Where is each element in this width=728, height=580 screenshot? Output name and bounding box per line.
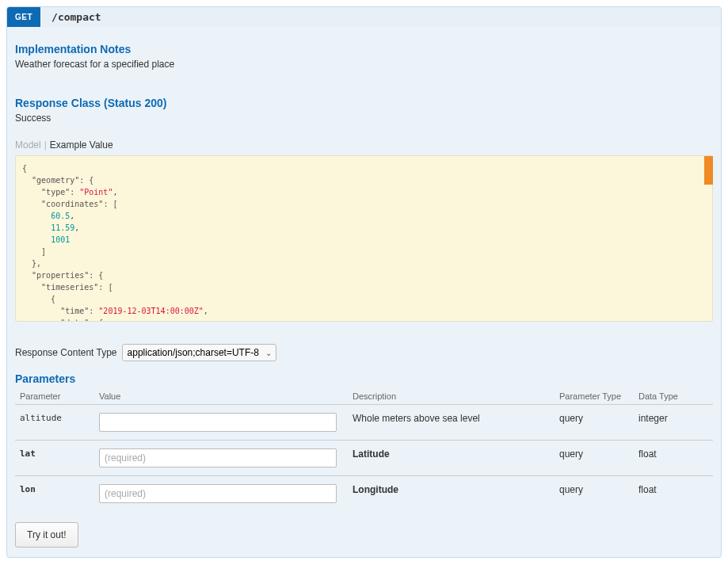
response-content-type-select[interactable]: application/json;charset=UTF-8: [122, 344, 276, 361]
response-tabs: Model|Example Value: [15, 139, 713, 151]
param-dtype: float: [634, 441, 713, 476]
response-class-body: Success: [15, 113, 713, 124]
tab-model[interactable]: Model: [15, 139, 41, 151]
parameters-table: Parameter Value Description Parameter Ty…: [15, 388, 713, 511]
param-name: lon: [15, 476, 94, 512]
param-input-lat[interactable]: [99, 448, 337, 467]
table-row: lon Longitude query float: [15, 476, 713, 512]
param-desc: Latitude: [348, 441, 555, 476]
response-class-title: Response Class (Status 200): [15, 97, 713, 109]
table-row: altitude Whole meters above sea level qu…: [15, 405, 713, 441]
example-code-wrap: { "geometry": { "type": "Point", "coordi…: [15, 155, 713, 322]
col-parameter: Parameter: [15, 388, 94, 405]
param-name: lat: [15, 441, 94, 476]
param-name: altitude: [15, 405, 94, 441]
response-content-type-label: Response Content Type: [15, 347, 117, 358]
try-it-out-button[interactable]: Try it out!: [15, 522, 78, 548]
endpoint-path: /compact: [40, 11, 112, 23]
scrollbar-thumb[interactable]: [704, 156, 713, 185]
col-parameter-type: Parameter Type: [555, 388, 634, 405]
operation-header[interactable]: GET /compact: [7, 7, 721, 27]
implementation-notes-title: Implementation Notes: [15, 43, 713, 55]
table-row: lat Latitude query float: [15, 441, 713, 476]
http-method-badge: GET: [7, 7, 40, 27]
param-input-lon[interactable]: [99, 484, 337, 503]
col-value: Value: [94, 388, 348, 405]
param-dtype: integer: [634, 405, 713, 441]
param-dtype: float: [634, 476, 713, 512]
implementation-notes-body: Weather forecast for a specified place: [15, 59, 713, 70]
param-input-altitude[interactable]: [99, 413, 337, 432]
col-description: Description: [348, 388, 555, 405]
col-data-type: Data Type: [634, 388, 713, 405]
param-type: query: [555, 476, 634, 512]
param-desc: Whole meters above sea level: [348, 405, 555, 441]
response-content-type-row: Response Content Type application/json;c…: [15, 344, 713, 361]
param-type: query: [555, 441, 634, 476]
param-desc: Longitude: [348, 476, 555, 512]
tab-example-value[interactable]: Example Value: [50, 139, 113, 151]
example-code[interactable]: { "geometry": { "type": "Point", "coordi…: [15, 155, 713, 322]
api-operation-panel: GET /compact Implementation Notes Weathe…: [6, 6, 722, 558]
parameters-title: Parameters: [15, 372, 713, 385]
param-type: query: [555, 405, 634, 441]
